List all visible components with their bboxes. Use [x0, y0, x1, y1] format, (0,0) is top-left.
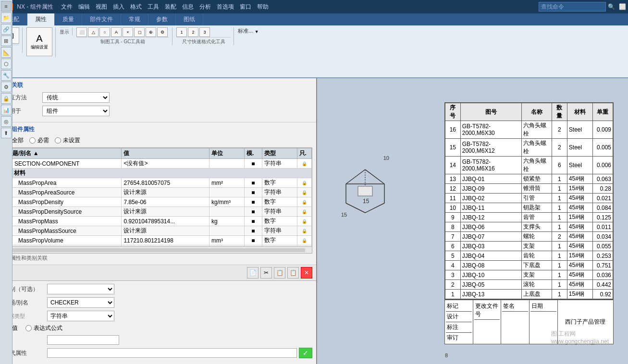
filter-unset-radio[interactable]	[55, 137, 61, 144]
std-btn-1[interactable]: 1	[176, 27, 187, 37]
confirm-btn[interactable]: ✓	[299, 348, 312, 358]
more-props-link[interactable]: ⬞ 属性和类别关联	[4, 254, 312, 263]
bom-row: 9JJBQ-12齿管115#钢0.125	[445, 213, 613, 222]
company-name: 西门子产品管理	[565, 318, 605, 326]
tool-btn-7[interactable]: ⊕	[146, 27, 156, 37]
table-row[interactable]: MassPropDensity 7.85e-06 kg/mm³ ■ 数字 🔒	[5, 197, 312, 207]
nx-topbar: NX NX - 组件属性 文件 编辑 视图 插入 格式 工具 装配 信息 分析 …	[0, 0, 628, 13]
filter-required-radio[interactable]	[29, 137, 36, 144]
col-qty: 数量	[552, 103, 567, 121]
tool-btn-2[interactable]: △	[88, 27, 99, 37]
std-btn-3[interactable]: 3	[199, 27, 210, 37]
menu-format[interactable]: 格式	[130, 3, 142, 11]
table-row[interactable]: SECTION-COMPONENT <没有值> ■ 字符串 🔒	[5, 159, 312, 169]
col-type: 类型	[262, 148, 297, 159]
comp-props-label: 组件属性	[12, 125, 35, 133]
tool-btn-4[interactable]: A	[111, 27, 122, 37]
table-row[interactable]: MassPropVolume 117210.801214198 mm³ ■ 数字…	[5, 236, 312, 245]
menu-analysis[interactable]: 分析	[199, 3, 211, 11]
nav-btn-7[interactable]: 🔧	[1, 78, 12, 81]
tab-parameters[interactable]: 参数	[148, 13, 176, 25]
table-row[interactable]: MassPropMassSource 设计来源 ■ 字符串 🔒	[5, 226, 312, 236]
value-input[interactable]	[47, 335, 119, 345]
association-header: ▼ 关联	[4, 81, 312, 89]
tab-properties[interactable]: 属性	[27, 13, 55, 25]
svg-line-0	[365, 170, 384, 184]
bom-row: 5JJBQ-04齿轮115#钢0.253	[445, 251, 613, 261]
col-name: 标题/别名 ▲	[5, 148, 122, 159]
bom-row: 3JJBQ-10支架145#钢0.036	[445, 270, 613, 280]
title-select[interactable]: CHECKER	[47, 297, 114, 308]
search-icon[interactable]: 🔍	[608, 3, 615, 10]
table-row[interactable]: MassPropMass 0.9201047895314... kg ■ 数字 …	[5, 217, 312, 226]
nav-btn-12[interactable]: ⬆	[1, 128, 12, 138]
filter-unset[interactable]: 未设置	[55, 136, 80, 145]
delete-btn[interactable]: ✕	[301, 267, 312, 279]
tab-part-file[interactable]: 部件文件	[82, 13, 121, 25]
col-drawing: 图号	[460, 103, 521, 121]
copy-btn[interactable]: 📋	[274, 267, 285, 279]
watermark: 图 工程网 www.gongchengjia.net	[551, 330, 609, 345]
dimension-label-10: 10	[383, 155, 389, 161]
tab-drawing[interactable]: 图纸	[176, 13, 203, 25]
radio-row: 值 表达式公式	[4, 324, 312, 332]
category-row: 类别（可选）	[4, 284, 312, 294]
tool-btn-3[interactable]: ○	[99, 27, 110, 37]
sort-arrow: ▲	[33, 150, 39, 157]
menu-info[interactable]: 信息	[182, 3, 194, 11]
category-select[interactable]	[47, 284, 114, 294]
revision-area: 更改文件号	[473, 300, 502, 344]
search-input[interactable]	[539, 2, 606, 12]
apply-to-select[interactable]: 组件	[42, 106, 110, 116]
menu-help[interactable]: 帮助	[257, 3, 269, 11]
bom-header-row: 序号 图号 名称 数量 材料 单重	[445, 103, 613, 121]
properties-panel: ▼ 关联 交互方法 传统 应用于 组件 ▼ 组件属性	[0, 78, 317, 364]
interaction-select[interactable]: 传统	[42, 92, 110, 103]
tab-quality[interactable]: 质量	[55, 13, 82, 25]
tool-btn-1[interactable]: ⬜	[76, 27, 87, 37]
horiz-scroll[interactable]	[11, 248, 305, 252]
edit-settings-btn[interactable]: A 编辑设置	[26, 27, 52, 56]
table-row[interactable]: MassPropArea 27654.810057075 mm² ■ 数字 🔒	[5, 178, 312, 188]
table-row[interactable]: 🗂 材料	[5, 169, 312, 178]
radio-formula-input[interactable]	[25, 325, 32, 331]
data-type-select[interactable]: 字符串	[47, 311, 114, 321]
std-btn-2[interactable]: 2	[188, 27, 198, 37]
paste-btn[interactable]: 📋	[287, 267, 299, 279]
nav-btn-10[interactable]: 📊	[1, 105, 12, 115]
radio-formula[interactable]: 表达式公式	[25, 324, 62, 332]
menu-prefs[interactable]: 首选项	[217, 3, 234, 11]
svg-line-5	[365, 203, 384, 213]
nav-btn-9[interactable]: 🔒	[1, 93, 12, 104]
menu-view[interactable]: 视图	[96, 3, 107, 11]
table-row[interactable]: MassPropDensitySource 设计来源 ■ 字符串 🔒	[5, 207, 312, 217]
alt-prop-input[interactable]	[47, 348, 297, 358]
filter-required[interactable]: 必需	[29, 136, 49, 145]
tab-general[interactable]: 常规	[121, 13, 148, 25]
table-row[interactable]: MassPropAreaSource 设计来源 ■ 字符串 🔒	[5, 188, 312, 197]
bom-row: 11JJBQ-02引管145#钢0.021	[445, 194, 613, 203]
tool-btn-5[interactable]: ×	[123, 27, 133, 37]
menu-window[interactable]: 窗口	[240, 3, 251, 11]
col-value: 值	[122, 148, 209, 159]
nav-btn-11[interactable]: ◎	[1, 116, 12, 127]
cut-btn[interactable]: ✂	[260, 267, 272, 279]
data-type-row: 数据类型 字符串	[4, 311, 312, 321]
menu-file[interactable]: 文件	[61, 3, 73, 11]
std-dropdown-btn[interactable]: ▼	[254, 27, 259, 36]
tool-btn-8[interactable]: ⚙	[157, 27, 168, 37]
menu-assembly[interactable]: 装配	[165, 3, 176, 11]
menu-tools[interactable]: 工具	[148, 3, 159, 11]
nav-btn-8[interactable]: ⚙	[1, 82, 12, 92]
svg-rect-8	[358, 186, 372, 196]
menu-edit[interactable]: 编辑	[78, 3, 90, 11]
association-section: ▼ 关联 交互方法 传统 应用于 组件	[0, 78, 316, 122]
maximize-icon[interactable]: ⬜	[619, 3, 626, 10]
sign-area: 签名	[501, 300, 529, 344]
menu-insert[interactable]: 插入	[113, 3, 124, 11]
value-row: 值	[4, 335, 312, 345]
new-prop-btn[interactable]: 📄	[247, 267, 259, 279]
value-radio-group: 值 表达式公式	[4, 324, 62, 332]
props-scroll[interactable]: 标题/别名 ▲ 值 单位 模. 类型 只. SECTION-COMPONENT …	[4, 147, 312, 247]
tool-btn-6[interactable]: ◻	[134, 27, 145, 37]
